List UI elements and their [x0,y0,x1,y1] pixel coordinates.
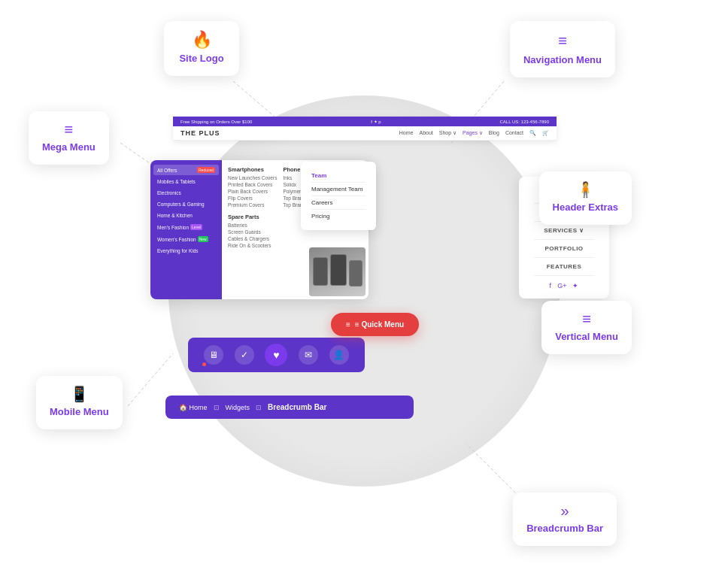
twitter-icon[interactable]: ✦ [572,282,578,289]
top-bar-shipping: Free Shipping on Orders Over $100 [180,120,252,124]
dropdown-careers[interactable]: Careers [311,196,366,210]
dropdown-team[interactable]: Team [311,169,366,183]
col-item[interactable]: Ride On & Scooters [228,243,277,248]
hamburger-icon: ≡ [558,32,567,50]
flame-icon: 🔥 [192,32,212,48]
header-top-bar: Free Shipping on Orders Over $100 f ✦ p … [173,117,557,126]
callout-header-extras: 🧍 Header Extras [539,171,632,225]
col-spare-title: Spare Parts [228,214,277,220]
breadcrumb-bar: 🏠 Home ⊡ Widgets ⊡ Breadcrumb Bar [165,396,414,419]
bc-current: Breadcrumb Bar [268,403,326,411]
google-plus-icon[interactable]: G+ [557,282,566,289]
sidebar-computers[interactable]: Computers & Gaming [153,199,219,209]
bc-widgets[interactable]: Widgets [226,404,250,411]
mega-menu-label: Mega Menu [42,141,96,154]
vertical-menu-icon: ≡ [582,311,591,326]
col-item[interactable]: New Launches Covers [228,175,277,180]
sidebar-kids[interactable]: Everything for Kids [153,246,219,256]
bc-sep2: ⊡ [256,404,262,411]
dropdown-management[interactable]: Management Team [311,183,366,196]
nav-pages[interactable]: Pages ∨ [463,130,483,136]
woo-desktop[interactable]: 🖥 [204,345,223,365]
quick-menu-icon: ≡ [346,320,350,329]
vm-features[interactable]: FEATURES [534,258,594,276]
nav-contact[interactable]: Contact [505,130,523,136]
pages-dropdown: Team Management Team Careers Pricing [301,162,376,230]
header-mockup: Free Shipping on Orders Over $100 f ✦ p … [173,117,557,141]
bc-home[interactable]: 🏠 Home [179,404,208,411]
woo-icon-bar: 🖥 ✓ ♥ ✉ 👤 [188,338,365,372]
nav-home[interactable]: Home [399,130,414,136]
header-logo: THE PLUS [180,129,220,137]
sidebar-mobiles[interactable]: Mobiles & Tablets [153,177,219,186]
header-nav-items: Home About Shop ∨ Pages ∨ Blog Contact 🔍… [399,130,549,136]
sidebar-home[interactable]: Home & Kitchen [153,211,219,220]
sidebar-electronics[interactable]: Electronics [153,188,219,198]
col-item[interactable]: Batteries [228,223,277,228]
woo-user[interactable]: 👤 [329,345,349,365]
nav-about[interactable]: About [419,130,432,136]
nav-menu-label: Navigation Menu [523,54,602,67]
top-bar-call: CALL US: 123-456-7890 [499,120,549,124]
phones-image [309,247,366,296]
col-item[interactable]: Cables & Chargers [228,236,277,241]
person-icon: 🧍 [576,182,595,197]
breadcrumb-icon: » [561,503,569,518]
vm-portfolio[interactable]: PORTFOLIO [534,240,594,258]
callout-nav-menu: ≡ Navigation Menu [510,21,615,77]
bc-sep1: ⊡ [214,404,220,411]
col-smartphones-title: Smartphones [228,166,277,173]
col-item[interactable]: Printed Back Covers [228,182,277,187]
mega-menu-icon: ≡ [65,122,74,137]
woo-heart[interactable]: ♥ [265,344,287,366]
callout-site-logo: 🔥 Site Logo [164,21,239,76]
breadcrumb-bar-label: Breadcrumb Bar [526,523,603,535]
callout-breadcrumb-bar: » Breadcrumb Bar [513,493,617,546]
col-item[interactable]: Flip Covers [228,196,277,201]
mobile-menu-label: Mobile Menu [50,406,109,419]
facebook-icon[interactable]: f [550,282,552,289]
col-item[interactable]: Premium Covers [228,202,277,208]
top-bar-social: f ✦ p [371,119,381,124]
nav-search-icon[interactable]: 🔍 [529,130,536,136]
col-item[interactable]: Plain Back Covers [228,189,277,194]
nav-cart-icon[interactable]: 🛒 [542,130,549,136]
sidebar-all-offers[interactable]: All Offers Reduced [153,165,219,175]
dropdown-pricing[interactable]: Pricing [311,210,366,223]
callout-mega-menu: ≡ Mega Menu [29,111,109,165]
header-extras-label: Header Extras [553,202,618,214]
sidebar-mens[interactable]: Men's FashionLevel [153,222,219,232]
callout-mobile-menu: 📱 Mobile Menu [36,376,123,429]
col-item[interactable]: Screen Guards [228,229,277,235]
woo-check[interactable]: ✓ [235,345,254,365]
header-nav-bar: THE PLUS Home About Shop ∨ Pages ∨ Blog … [173,126,557,141]
nav-shop[interactable]: Shop ∨ [439,130,457,136]
notification-dot [202,362,206,366]
vm-socials: f G+ ✦ [534,276,594,289]
col-smartphones: Smartphones New Launches Covers Printed … [228,166,277,248]
callout-vertical-menu: ≡ Vertical Menu [541,301,632,354]
vertical-menu-label: Vertical Menu [555,331,618,344]
nav-blog[interactable]: Blog [489,130,499,136]
mobile-icon: 📱 [70,386,89,402]
site-logo-label: Site Logo [179,53,223,65]
mega-menu-sidebar: All Offers Reduced Mobiles & Tablets Ele… [150,160,222,299]
sidebar-womens[interactable]: Women's FashionNew [153,234,219,244]
quick-menu-label: ≡ Quick Menu [355,320,404,329]
quick-menu-button[interactable]: ≡ ≡ Quick Menu [331,313,419,336]
woo-message[interactable]: ✉ [299,345,318,365]
